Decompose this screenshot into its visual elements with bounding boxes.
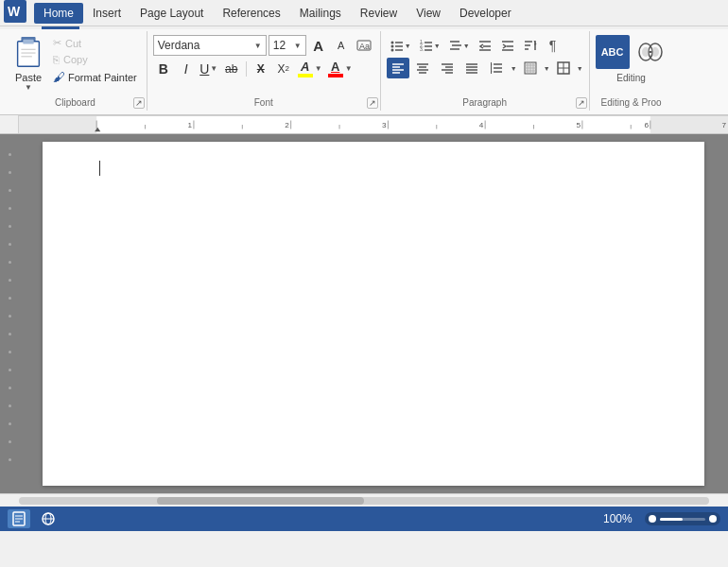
multilevel-list-button[interactable]: ▼ [445, 35, 473, 56]
menu-developer[interactable]: Developer [450, 3, 521, 24]
status-bar: 100% [0, 507, 728, 531]
page-view-icon [11, 511, 26, 526]
svg-text:3.: 3. [420, 46, 424, 52]
menu-page-layout[interactable]: Page Layout [130, 3, 213, 24]
strikethrough-button[interactable]: ab [221, 59, 242, 79]
zoom-fill [660, 518, 683, 521]
margin-dot [9, 422, 11, 425]
margin-dot [9, 225, 11, 228]
margin-dot [9, 458, 11, 461]
menu-insert[interactable]: Insert [83, 3, 130, 24]
svg-point-12 [390, 45, 393, 48]
highlight-color-button[interactable]: A ▼ [296, 58, 324, 79]
italic-button[interactable]: I [176, 59, 197, 79]
text-cursor [99, 161, 100, 176]
document-page[interactable] [43, 142, 704, 486]
line-spacing-arrow-icon[interactable]: ▼ [511, 65, 517, 72]
font-expand-icon[interactable]: ↗ [367, 97, 378, 109]
ribbon-content: Paste ▼ ✂ Cut ⎘ Copy 🖌 Format Paint [0, 29, 728, 114]
align-center-icon [415, 60, 430, 76]
editing-label: Editing [616, 73, 646, 83]
align-center-button[interactable] [411, 58, 434, 78]
multilevel-list-icon [448, 38, 463, 53]
subscript-button[interactable]: X2 [273, 59, 294, 79]
align-left-button[interactable] [387, 58, 409, 78]
h-scrollbar-thumb[interactable] [157, 497, 364, 505]
justify-button[interactable] [460, 58, 483, 78]
menu-references[interactable]: References [213, 3, 289, 24]
numbered-list-button[interactable]: 1. 2. 3. ▼ [416, 35, 443, 56]
bullet-list-button[interactable]: ▼ [387, 35, 414, 56]
borders-button[interactable] [552, 58, 575, 78]
line-spacing-button[interactable] [485, 58, 508, 78]
svg-rect-4 [23, 40, 33, 44]
globe-icon [41, 511, 56, 526]
justify-icon [464, 60, 479, 76]
shrink-font-button[interactable]: A [331, 35, 352, 56]
paragraph-rows: ▼ 1. 2. 3. ▼ [387, 35, 583, 92]
menu-home[interactable]: Home [34, 3, 83, 24]
font-name-dropdown[interactable]: Verdana ▼ [153, 35, 267, 56]
menu-view[interactable]: View [407, 3, 450, 24]
find-replace-button[interactable] [633, 35, 667, 69]
paragraph-expand-icon[interactable]: ↗ [576, 97, 587, 109]
underline-button[interactable]: U ▼ [199, 59, 219, 79]
strikethrough2-button[interactable]: X [251, 59, 271, 79]
h-scrollbar[interactable] [0, 493, 728, 507]
margin-dot [9, 404, 11, 407]
align-right-icon [440, 60, 455, 76]
paste-button[interactable]: Paste ▼ [9, 35, 47, 94]
page-view-button[interactable] [8, 509, 30, 528]
font-size-dropdown[interactable]: 12 ▼ [269, 35, 306, 56]
pilcrow-button[interactable]: ¶ [543, 35, 563, 56]
zoom-slider[interactable] [645, 512, 720, 525]
svg-text:6: 6 [644, 121, 649, 129]
font-group-label: Font [147, 97, 380, 108]
web-layout-button[interactable] [38, 509, 59, 528]
margin-dot [9, 369, 11, 371]
zoom-plus-button[interactable] [709, 515, 717, 523]
decrease-indent-button[interactable] [475, 35, 495, 56]
margin-dot [9, 351, 11, 353]
svg-text:3: 3 [382, 121, 387, 129]
ruler-svg: 1 2 3 4 5 6 7 [19, 116, 728, 133]
clipboard-expand-icon[interactable]: ↗ [133, 97, 145, 109]
abc-spellcheck-button[interactable]: ABC [596, 35, 630, 69]
align-right-button[interactable] [436, 58, 459, 78]
copy-button[interactable]: ⎘ Copy [49, 52, 141, 67]
format-painter-icon: 🖌 [53, 70, 65, 84]
sort-icon [523, 38, 538, 53]
svg-text:2: 2 [285, 121, 289, 129]
menu-review[interactable]: Review [351, 3, 407, 24]
increase-indent-button[interactable] [497, 35, 518, 56]
clipboard-group: Paste ▼ ✂ Cut ⎘ Copy 🖌 Format Paint [4, 31, 147, 111]
margin-dot [9, 261, 11, 264]
svg-point-69 [651, 47, 659, 57]
font-color-button[interactable]: A ▼ [326, 58, 355, 79]
shading-button[interactable] [519, 58, 542, 78]
svg-point-14 [390, 49, 393, 52]
svg-point-10 [390, 42, 393, 44]
margin-dot [9, 207, 11, 210]
clipboard-small-buttons: ✂ Cut ⎘ Copy 🖌 Format Painter [49, 35, 141, 86]
format-painter-button[interactable]: 🖌 Format Painter [49, 68, 141, 86]
borders-arrow-icon[interactable]: ▼ [577, 65, 583, 72]
sort-button[interactable] [520, 35, 541, 56]
ruler-container: 1 2 3 4 5 6 7 [0, 115, 728, 134]
bullet-list-icon [390, 38, 405, 53]
bold-button[interactable]: B [153, 59, 174, 79]
ruler[interactable]: 1 2 3 4 5 6 7 [19, 115, 728, 133]
editing-group: ABC Editing [590, 31, 673, 111]
shading-arrow-icon[interactable]: ▼ [544, 65, 550, 72]
menu-mailings[interactable]: Mailings [290, 3, 351, 24]
increase-indent-icon [500, 38, 515, 53]
zoom-minus-button[interactable] [649, 515, 656, 523]
clipboard-group-label: Clipboard [4, 97, 147, 108]
margin-dot [9, 440, 11, 443]
grow-font-button[interactable]: A [308, 35, 329, 56]
svg-text:4: 4 [479, 121, 484, 129]
cut-button[interactable]: ✂ Cut [49, 35, 141, 51]
margin-dot [9, 243, 11, 246]
change-case-button[interactable]: Aa [354, 35, 374, 56]
editing-group-label: Editing & Proo [590, 97, 673, 108]
